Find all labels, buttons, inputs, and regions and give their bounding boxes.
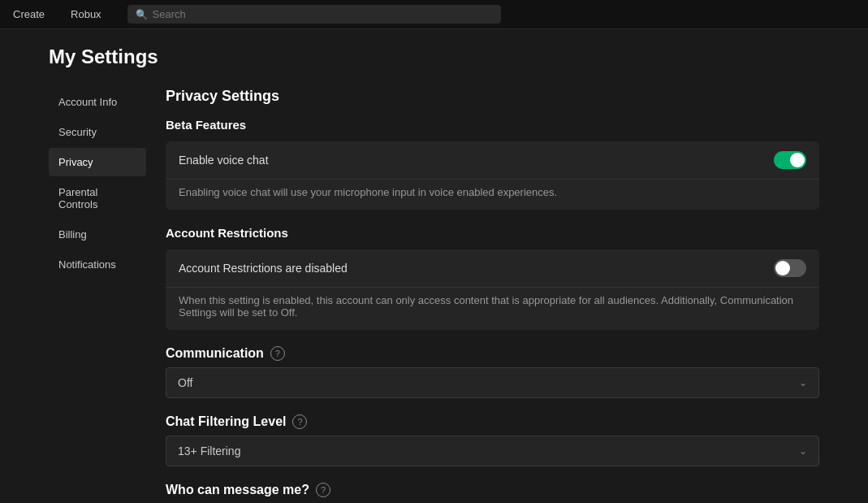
communication-chevron-icon: ⌄ <box>799 377 807 388</box>
communication-header: Communication ? <box>166 346 819 361</box>
restrictions-row: Account Restrictions are disabled <box>166 249 819 287</box>
voice-chat-toggle[interactable] <box>774 151 806 169</box>
sidebar-item-security[interactable]: Security <box>49 118 146 146</box>
voice-chat-description: Enabling voice chat will use your microp… <box>166 179 819 210</box>
chat-filtering-dropdown-wrapper: 13+ Filtering ⌄ <box>166 436 819 466</box>
top-nav: Create Robux 🔍 <box>0 0 868 29</box>
restrictions-card: Account Restrictions are disabled When t… <box>166 249 819 330</box>
content-layout: Account Info Security Privacy Parental C… <box>49 88 819 503</box>
beta-section-title: Beta Features <box>166 118 819 132</box>
sidebar-item-notifications[interactable]: Notifications <box>49 250 146 279</box>
page-title: My Settings <box>49 46 819 68</box>
communication-dropdown-wrapper: Off ⌄ <box>166 367 819 398</box>
communication-dropdown[interactable]: Off ⌄ <box>166 367 819 398</box>
sidebar: Account Info Security Privacy Parental C… <box>49 88 146 503</box>
who-can-message-help-icon[interactable]: ? <box>316 483 330 497</box>
restrictions-toggle[interactable] <box>774 259 806 277</box>
nav-create[interactable]: Create <box>13 8 45 20</box>
search-bar: 🔍 <box>127 5 501 24</box>
communication-help-icon[interactable]: ? <box>270 346 285 361</box>
sidebar-item-parental-controls[interactable]: Parental Controls <box>49 178 146 219</box>
search-icon: 🔍 <box>136 9 148 20</box>
chat-filtering-title: Chat Filtering Level <box>166 414 286 429</box>
section-title: Privacy Settings <box>166 88 819 105</box>
communication-section: Communication ? Off ⌄ Chat Filtering Lev… <box>166 346 819 503</box>
search-input[interactable] <box>153 8 493 20</box>
restrictions-label: Account Restrictions are disabled <box>179 262 348 275</box>
voice-chat-toggle-knob <box>790 153 805 167</box>
who-can-message-header: Who can message me? ? <box>166 483 819 497</box>
restrictions-section-title: Account Restrictions <box>166 226 819 240</box>
restrictions-description: When this setting is enabled, this accou… <box>166 287 819 330</box>
nav-robux[interactable]: Robux <box>71 8 101 20</box>
voice-chat-label: Enable voice chat <box>179 154 269 167</box>
chat-filtering-dropdown[interactable]: 13+ Filtering ⌄ <box>166 436 819 466</box>
sidebar-item-account-info[interactable]: Account Info <box>49 88 146 116</box>
chat-filtering-header: Chat Filtering Level ? <box>166 414 819 429</box>
chat-filtering-dropdown-value: 13+ Filtering <box>178 444 240 457</box>
sidebar-item-billing[interactable]: Billing <box>49 220 146 249</box>
communication-dropdown-value: Off <box>178 376 192 389</box>
chat-filtering-chevron-icon: ⌄ <box>799 445 807 457</box>
voice-chat-card: Enable voice chat Enabling voice chat wi… <box>166 141 819 210</box>
sidebar-item-privacy[interactable]: Privacy <box>49 148 146 176</box>
chat-filtering-help-icon[interactable]: ? <box>292 414 307 429</box>
main-content: Privacy Settings Beta Features Enable vo… <box>146 88 819 503</box>
restrictions-toggle-knob <box>775 261 790 275</box>
communication-title: Communication <box>166 346 264 361</box>
who-can-message-title: Who can message me? <box>166 483 309 497</box>
voice-chat-row: Enable voice chat <box>166 141 819 179</box>
page-container: My Settings Account Info Security Privac… <box>0 29 868 503</box>
